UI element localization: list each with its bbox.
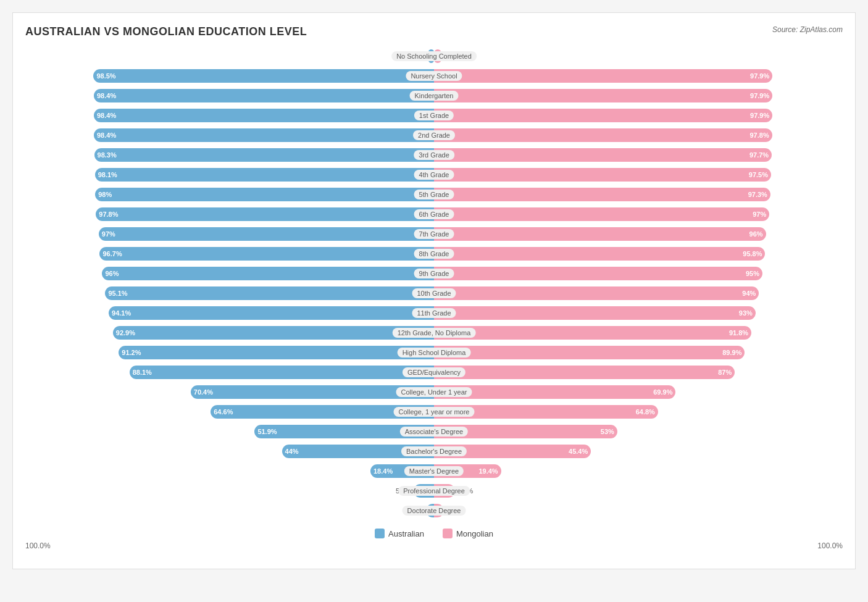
right-section: 53% — [434, 425, 843, 438]
left-section: 70.4% — [25, 385, 434, 399]
label-center: 6th Grade — [414, 209, 454, 219]
right-section: 69.9% — [434, 385, 843, 399]
bar-right: 94% — [434, 286, 759, 300]
left-value: 96.7% — [102, 250, 122, 257]
left-section: 97% — [25, 227, 434, 241]
label-center: 5th Grade — [414, 190, 454, 199]
right-section: 2.1% — [434, 49, 843, 63]
bar-row: 96.7% 8th Grade 95.8% — [25, 245, 843, 262]
bar-right: 97% — [434, 207, 769, 221]
left-value: 51.9% — [257, 428, 277, 435]
label-center: Associate's Degree — [400, 427, 468, 437]
right-value: 64.8% — [636, 408, 655, 416]
left-value: 98.4% — [97, 92, 116, 99]
bar-row: 5.9% Professional Degree 6.1% — [25, 482, 843, 500]
right-section: 97.9% — [434, 89, 843, 102]
bar-row: 18.4% Master's Degree 19.4% — [25, 462, 843, 480]
bar-left: 97.8% — [96, 207, 434, 221]
left-value: 95.1% — [108, 290, 127, 297]
legend-item-australian: Australian — [375, 529, 424, 538]
right-section: 97% — [434, 207, 843, 221]
bar-left: 98.1% — [95, 168, 434, 182]
left-section: 98.4% — [25, 128, 434, 142]
left-value: 44% — [285, 448, 299, 455]
right-section: 87% — [434, 366, 843, 379]
bar-row: 1.6% No Schooling Completed 2.1% — [25, 48, 843, 65]
bar-row: 98.5% Nursery School 97.9% — [25, 67, 843, 85]
bar-right: 97.5% — [434, 168, 771, 182]
bar-right: 89.9% — [434, 346, 745, 359]
right-value: 89.9% — [722, 349, 741, 356]
right-value: 97% — [753, 211, 766, 218]
legend-box-australian — [375, 529, 385, 538]
bar-right: 96% — [434, 227, 766, 241]
bar-right: 93% — [434, 306, 756, 320]
legend-label-australian: Australian — [388, 529, 424, 538]
bar-right: 97.9% — [434, 89, 772, 102]
right-value: 97.8% — [749, 132, 769, 139]
left-section: 98.4% — [25, 109, 434, 122]
footer-right: 100.0% — [817, 541, 843, 550]
bar-left: 97% — [99, 227, 434, 241]
left-value: 98.4% — [97, 112, 116, 119]
bar-row: 98.3% 3rd Grade 97.7% — [25, 146, 843, 164]
legend: Australian Mongolian — [25, 529, 843, 538]
label-center: GED/Equivalency — [403, 367, 465, 377]
label-center: 1st Grade — [414, 111, 454, 120]
label-center: Professional Degree — [398, 486, 470, 496]
bar-row: 88.1% GED/Equivalency 87% — [25, 364, 843, 381]
bar-row: 2.4% Doctorate Degree 2.8% — [25, 502, 843, 519]
label-center: No Schooling Completed — [391, 51, 477, 61]
bar-left: 96% — [102, 267, 434, 280]
right-value: 97.3% — [748, 191, 767, 198]
bar-row: 96% 9th Grade 95% — [25, 265, 843, 282]
left-section: 98.3% — [25, 148, 434, 162]
right-section: 89.9% — [434, 346, 843, 359]
label-center: College, Under 1 year — [396, 387, 472, 397]
label-center: 4th Grade — [414, 170, 454, 180]
label-center: 8th Grade — [414, 249, 454, 259]
right-section: 97.8% — [434, 128, 843, 142]
bar-row: 98.4% 1st Grade 97.9% — [25, 107, 843, 124]
right-section: 94% — [434, 286, 843, 300]
left-section: 98.5% — [25, 69, 434, 83]
right-section: 6.1% — [434, 484, 843, 498]
left-value: 98.5% — [96, 72, 115, 80]
bar-right: 97.9% — [434, 69, 772, 83]
left-section: 98.4% — [25, 89, 434, 102]
label-center: 2nd Grade — [413, 130, 455, 140]
right-section: 2.8% — [434, 504, 843, 517]
bar-left: 98.4% — [94, 109, 434, 122]
bar-row: 92.9% 12th Grade, No Diploma 91.8% — [25, 324, 843, 341]
right-value: 91.8% — [729, 329, 748, 337]
bar-left: 98.4% — [94, 128, 434, 142]
right-value: 97.9% — [750, 92, 769, 99]
left-section: 88.1% — [25, 366, 434, 379]
left-value: 91.2% — [122, 349, 141, 356]
bar-row: 97.8% 6th Grade 97% — [25, 206, 843, 223]
left-value: 97% — [102, 230, 115, 238]
right-value: 53% — [601, 428, 614, 435]
bar-right: 95% — [434, 267, 762, 280]
left-value: 98.4% — [97, 132, 116, 139]
bar-right: 97.7% — [434, 148, 772, 162]
right-section: 97.5% — [434, 168, 843, 182]
bar-row: 95.1% 10th Grade 94% — [25, 285, 843, 302]
right-value: 96% — [749, 230, 763, 238]
right-value: 93% — [739, 309, 753, 317]
bar-row: 98.1% 4th Grade 97.5% — [25, 166, 843, 183]
left-section: 96.7% — [25, 247, 434, 261]
left-value: 96% — [105, 270, 119, 277]
bar-row: 70.4% College, Under 1 year 69.9% — [25, 383, 843, 401]
left-value: 98.1% — [98, 171, 117, 178]
right-value: 97.7% — [749, 151, 769, 159]
bar-right: 91.8% — [434, 326, 751, 340]
bar-row: 98.4% 2nd Grade 97.8% — [25, 127, 843, 144]
legend-box-mongolian — [443, 529, 453, 538]
left-section: 95.1% — [25, 286, 434, 300]
right-section: 91.8% — [434, 326, 843, 340]
bar-row: 94.1% 11th Grade 93% — [25, 304, 843, 322]
label-center: 7th Grade — [414, 229, 454, 239]
bar-row: 44% Bachelor's Degree 45.4% — [25, 443, 843, 460]
left-value: 97.8% — [99, 211, 118, 218]
